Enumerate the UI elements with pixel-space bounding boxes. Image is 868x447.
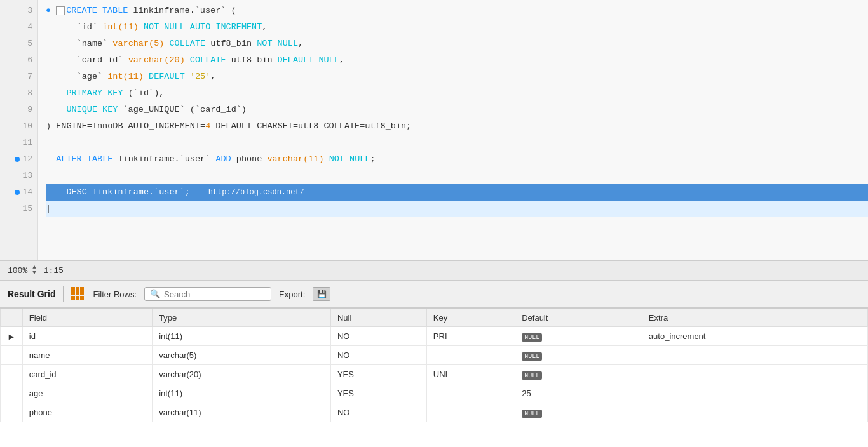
cell-key xyxy=(426,346,515,365)
cell-field: phone xyxy=(22,403,152,422)
code-line-11 xyxy=(46,135,868,151)
cell-type: int(11) xyxy=(153,384,331,403)
search-icon: 🔍 xyxy=(150,289,160,299)
code-line-4: `id` int (11) NOT NULL AUTO_INCREMENT , xyxy=(46,19,868,36)
row-indicator: ► xyxy=(1,327,23,346)
table-row[interactable]: card_id varchar(20) YES UNI NULL xyxy=(1,365,868,384)
table-row[interactable]: phone varchar(11) NO NULL xyxy=(1,403,868,422)
collapse-marker[interactable]: − xyxy=(56,6,65,15)
cell-extra xyxy=(642,384,867,403)
table-row[interactable]: age int(11) YES 25 xyxy=(1,384,868,403)
row-indicator xyxy=(1,346,23,365)
search-input[interactable] xyxy=(164,290,253,299)
export-button[interactable]: 💾 xyxy=(313,287,330,301)
cell-null: YES xyxy=(330,384,426,403)
grid-view-icon[interactable] xyxy=(71,287,85,301)
cell-field: id xyxy=(22,327,152,346)
cell-type: varchar(5) xyxy=(153,346,331,365)
cell-type: varchar(20) xyxy=(153,365,331,384)
cell-key: UNI xyxy=(426,365,515,384)
code-line-15: | xyxy=(46,201,868,217)
zoom-level: 100% xyxy=(8,266,27,276)
row-indicator xyxy=(1,403,23,422)
data-table: Field Type Null Key Default Extra ► id i… xyxy=(0,309,868,422)
row-indicator xyxy=(1,365,23,384)
cell-type: int(11) xyxy=(153,327,331,346)
toolbar: Result Grid Filter Rows: 🔍 Export: 💾 xyxy=(0,281,868,309)
cell-key xyxy=(426,384,515,403)
col-field: Field xyxy=(22,309,152,327)
result-grid-label: Result Grid xyxy=(8,289,55,299)
code-lines[interactable]: ● − CREATE TABLE linkinframe.`user` ( `i… xyxy=(38,0,868,260)
code-line-5: `name` varchar (5) COLLATE utf8_bin NOT … xyxy=(46,36,868,52)
cell-null: NO xyxy=(330,346,426,365)
table-row[interactable]: name varchar(5) NO NULL xyxy=(1,346,868,365)
cell-default: NULL xyxy=(515,365,642,384)
col-default: Default xyxy=(515,309,642,327)
code-line-6: `card_id` varchar (20) COLLATE utf8_bin … xyxy=(46,52,868,69)
cell-null: NO xyxy=(330,327,426,346)
col-null: Null xyxy=(330,309,426,327)
result-grid: Field Type Null Key Default Extra ► id i… xyxy=(0,309,868,447)
code-line-8: PRIMARY KEY (`id`), xyxy=(46,85,868,102)
cell-field: name xyxy=(22,346,152,365)
cell-null: NO xyxy=(330,403,426,422)
cell-default: NULL xyxy=(515,346,642,365)
code-line-7: `age` int (11) DEFAULT '25' , xyxy=(46,69,868,85)
zoom-arrows[interactable]: ▲▼ xyxy=(32,265,36,276)
export-label: Export: xyxy=(279,290,305,299)
cell-default: NULL xyxy=(515,403,642,422)
status-bar: 100% ▲▼ 1:15 xyxy=(0,260,868,281)
cell-default: NULL xyxy=(515,327,642,346)
filter-rows-label: Filter Rows: xyxy=(93,290,137,299)
cell-extra xyxy=(642,346,867,365)
code-line-13 xyxy=(46,168,868,184)
code-line-14: DESC linkinframe.`user`; http://blog.csd… xyxy=(46,184,868,201)
col-arrow xyxy=(1,309,23,327)
row-indicator xyxy=(1,384,23,403)
search-box[interactable]: 🔍 xyxy=(144,287,271,301)
cell-key xyxy=(426,403,515,422)
table-row[interactable]: ► id int(11) NO PRI NULL auto_increment xyxy=(1,327,868,346)
editor-area: 3 4 5 6 7 8 9 10 11 12 13 14 15 ● − CREA… xyxy=(0,0,868,260)
col-type: Type xyxy=(153,309,331,327)
cell-default: 25 xyxy=(515,384,642,403)
cell-field: card_id xyxy=(22,365,152,384)
code-line-3: ● − CREATE TABLE linkinframe.`user` ( xyxy=(46,3,868,19)
toolbar-divider xyxy=(63,286,64,302)
cell-null: YES xyxy=(330,365,426,384)
cell-extra: auto_increment xyxy=(642,327,867,346)
col-key: Key xyxy=(426,309,515,327)
cell-field: age xyxy=(22,384,152,403)
cell-extra xyxy=(642,365,867,384)
cell-type: varchar(11) xyxy=(153,403,331,422)
cursor-position: 1:15 xyxy=(44,266,64,276)
cell-key: PRI xyxy=(426,327,515,346)
code-line-12: ALTER TABLE linkinframe.`user` ADD phone… xyxy=(46,151,868,168)
cell-extra xyxy=(642,403,867,422)
col-extra: Extra xyxy=(642,309,867,327)
code-line-9: UNIQUE KEY `age_UNIQUE` (`card_id`) xyxy=(46,102,868,118)
line-numbers: 3 4 5 6 7 8 9 10 11 12 13 14 15 xyxy=(0,0,38,260)
code-line-10: ) ENGINE=InnoDB AUTO_INCREMENT= 4 DEFAUL… xyxy=(46,118,868,135)
